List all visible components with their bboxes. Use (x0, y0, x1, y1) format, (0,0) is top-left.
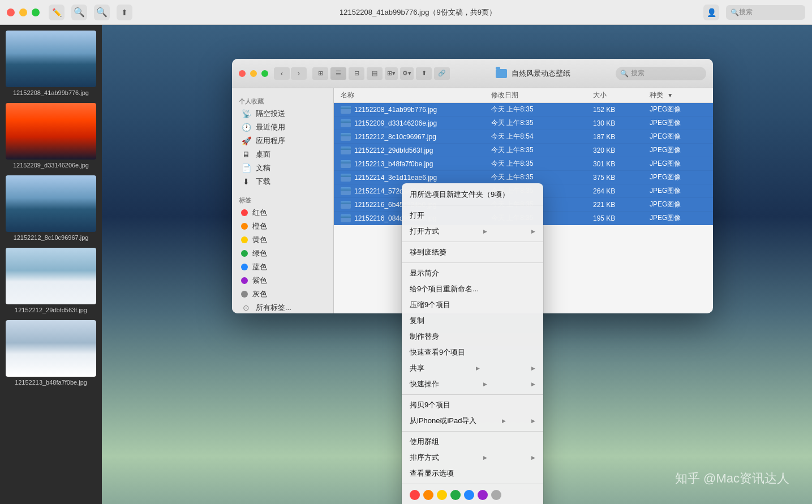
share-submenu-arrow-icon: ▶ (476, 365, 480, 371)
menu-search[interactable]: 🔍 搜索 (726, 5, 805, 20)
cm-tag-dot-green[interactable] (450, 490, 461, 500)
file-icon-8 (341, 201, 351, 209)
cm-sort-by[interactable]: 排序方式 ▶ (402, 450, 543, 466)
sidebar-item-documents[interactable]: 📄 文稿 (234, 161, 331, 175)
file-row-6[interactable]: 12152214_3e1d11eae6.jpg 今天 上午8:35 375 KB… (334, 171, 713, 184)
cm-tag-dot-purple[interactable] (478, 490, 488, 500)
cm-alias[interactable]: 制作替身 (402, 329, 543, 344)
file-kind-6: JPEG图像 (650, 173, 706, 182)
sidebar-label-tag-purple: 紫色 (252, 275, 267, 286)
sidebar-label-tag-orange: 橙色 (252, 221, 267, 231)
sidebar-item-airdrop[interactable]: 📡 隔空投送 (234, 107, 331, 120)
sidebar-item-tag-orange[interactable]: 橙色 (234, 219, 331, 233)
sidebar-item-tag-gray[interactable]: 灰色 (234, 287, 331, 301)
finder-maximize-button[interactable] (261, 70, 268, 77)
view-gallery-button[interactable]: ▤ (367, 67, 383, 80)
cm-show-view-options[interactable]: 查看显示选项 (402, 466, 543, 481)
cm-tag-dot-yellow[interactable] (437, 490, 447, 500)
file-icon-6 (341, 174, 351, 182)
file-row-1[interactable]: 12152208_41ab99b776.jpg 今天 上午8:35 152 KB… (334, 103, 713, 117)
cm-quick-actions[interactable]: 快速操作 ▶ (402, 376, 543, 392)
zoom-in-icon[interactable]: 🔍 (94, 5, 110, 20)
cm-sep-4 (402, 394, 543, 395)
cm-open-with[interactable]: 打开方式 ▶ (402, 223, 543, 239)
tag-dot-purple (241, 277, 248, 284)
thumbnail-item-3[interactable]: 12152212_8c10c96967.jpg (6, 175, 96, 243)
sidebar-item-tag-red[interactable]: 红色 (234, 206, 331, 219)
thumbnail-item-4[interactable]: 12152212_29dbfd563f.jpg (6, 248, 96, 316)
thumbnail-image-3 (6, 175, 96, 232)
file-row-3[interactable]: 12152212_8c10c96967.jpg 今天 上午8:54 187 KB… (334, 130, 713, 144)
person-icon[interactable]: 👤 (703, 5, 719, 20)
file-icon-4 (341, 147, 351, 154)
finder-search[interactable]: 🔍 搜索 (616, 67, 706, 80)
cm-tag-dot-red[interactable] (410, 490, 420, 500)
sidebar-item-downloads[interactable]: ⬇ 下载 (234, 175, 331, 188)
finder-minimize-button[interactable] (250, 70, 257, 77)
cm-tag-dot-blue[interactable] (464, 490, 474, 500)
thumbnail-label-2: 12152209_d33146206e.jpg (6, 162, 96, 171)
sidebar-item-tag-yellow[interactable]: 黄色 (234, 233, 331, 247)
close-button[interactable] (7, 8, 15, 16)
header-size[interactable]: 大小 (593, 91, 650, 100)
cm-trash[interactable]: 移到废纸篓 (402, 244, 543, 260)
sidebar-item-applications[interactable]: 🚀 应用程序 (234, 134, 331, 148)
maximize-button[interactable] (32, 8, 40, 16)
menu-bar-title: 12152208_41ab99b776.jpg（9份文稿，共9页） (132, 7, 703, 18)
cm-compress[interactable]: 压缩9个项目 (402, 297, 543, 313)
menu-bar-right-icons: 👤 🔍 搜索 (703, 5, 805, 20)
tag-dot-orange (241, 223, 248, 230)
sidebar-item-tag-green[interactable]: 绿色 (234, 247, 331, 260)
cm-import[interactable]: 从iPhone或iPad导入 ▶ (402, 413, 543, 429)
share-icon[interactable]: ⬆ (117, 5, 132, 20)
sidebar-item-recents[interactable]: 🕐 最近使用 (234, 120, 331, 134)
thumbnail-item-5[interactable]: 12152213_b48fa7f0be.jpg (6, 320, 96, 388)
file-kind-8: JPEG图像 (650, 200, 706, 209)
file-row-4[interactable]: 12152212_29dbfd563f.jpg 今天 上午8:35 320 KB… (334, 144, 713, 157)
view-group-button[interactable]: ⊞▾ (385, 67, 398, 80)
window-traffic-lights (7, 8, 40, 16)
file-date-5: 今天 上午8:35 (491, 159, 593, 169)
view-columns-button[interactable]: ⊟ (349, 67, 364, 80)
cm-duplicate[interactable]: 拷贝9个项目 (402, 397, 543, 413)
finder-forward-button[interactable]: › (291, 67, 307, 80)
file-date-6: 今天 上午8:35 (491, 173, 593, 182)
cm-quicklook[interactable]: 快速查看9个项目 (402, 344, 543, 360)
view-list-button[interactable]: ☰ (330, 67, 346, 80)
file-size-8: 221 KB (593, 201, 650, 209)
file-kind-7: JPEG图像 (650, 186, 706, 196)
finder-back-button[interactable]: ‹ (274, 67, 290, 80)
cm-rename[interactable]: 给9个项目重新命名... (402, 281, 543, 297)
thumbnail-label-1: 12152208_41ab99b776.jpg (6, 89, 96, 98)
view-sort-button[interactable]: ⚙▾ (400, 67, 414, 80)
cm-new-folder[interactable]: 用所选项目新建文件夹（9项） (402, 187, 543, 203)
documents-icon: 📄 (241, 163, 251, 173)
cm-get-info[interactable]: 显示简介 (402, 265, 543, 281)
thumbnail-item-1[interactable]: 12152208_41ab99b776.jpg (6, 31, 96, 98)
cm-tag-dot-orange[interactable] (423, 490, 433, 500)
header-date[interactable]: 修改日期 (491, 91, 593, 100)
file-row-2[interactable]: 12152209_d33146206e.jpg 今天 上午8:35 130 KB… (334, 117, 713, 130)
recents-icon: 🕐 (241, 123, 251, 132)
sidebar-item-all-tags[interactable]: ⊙ 所有标签... (234, 301, 331, 313)
cm-copy[interactable]: 复制 (402, 313, 543, 329)
cm-open[interactable]: 打开 (402, 208, 543, 223)
finder-close-button[interactable] (239, 70, 246, 77)
thumbnail-item-2[interactable]: 12152209_d33146206e.jpg (6, 103, 96, 171)
minimize-button[interactable] (19, 8, 27, 16)
cm-tag-dot-gray[interactable] (491, 490, 501, 500)
view-grid-button[interactable]: ⊞ (312, 67, 328, 80)
sidebar-label-all-tags: 所有标签... (256, 303, 291, 313)
zoom-out-icon[interactable]: 🔍 (71, 5, 87, 20)
sidebar-item-desktop[interactable]: 🖥 桌面 (234, 148, 331, 161)
file-kind-3: JPEG图像 (650, 132, 706, 141)
edit-icon[interactable]: ✏️ (49, 5, 65, 20)
link-button[interactable]: 🔗 (434, 67, 450, 80)
share-button[interactable]: ⬆ (416, 67, 432, 80)
tag-dot-blue (241, 264, 248, 270)
cm-share[interactable]: 共享 ▶ (402, 360, 543, 376)
sidebar-item-tag-purple[interactable]: 紫色 (234, 274, 331, 287)
sidebar-item-tag-blue[interactable]: 蓝色 (234, 260, 331, 274)
cm-use-groups[interactable]: 使用群组 (402, 434, 543, 450)
file-row-5[interactable]: 12152213_b48fa7f0be.jpg 今天 上午8:35 301 KB… (334, 157, 713, 171)
